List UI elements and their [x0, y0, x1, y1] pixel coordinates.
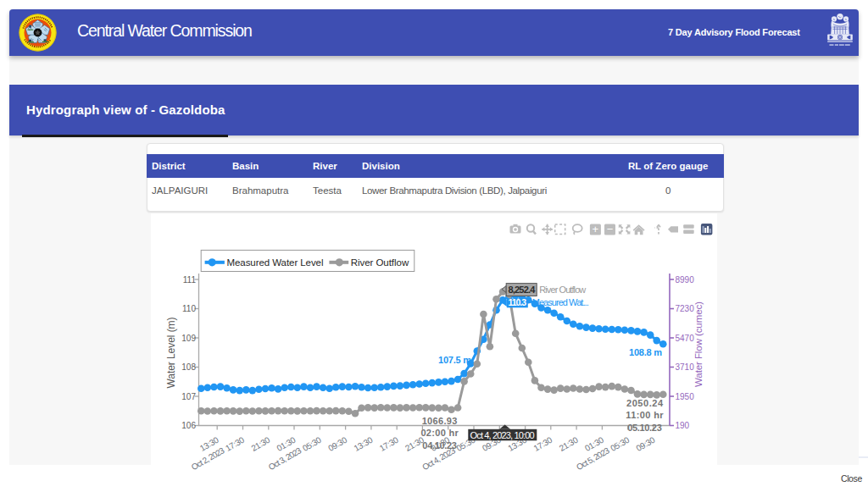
svg-text:17:30: 17:30 — [378, 434, 400, 453]
svg-text:8990: 8990 — [676, 275, 695, 285]
svg-text:Water Level (m): Water Level (m) — [165, 318, 177, 389]
svg-text:River Outflow: River Outflow — [351, 257, 409, 268]
svg-text:11:00 hr: 11:00 hr — [626, 410, 664, 420]
svg-text:5470: 5470 — [676, 334, 695, 343]
svg-text:2050.24: 2050.24 — [626, 398, 664, 408]
svg-text:7230: 7230 — [676, 304, 695, 313]
svg-text:110: 110 — [182, 304, 196, 313]
svg-text:River Outflow: River Outflow — [539, 285, 586, 295]
svg-text:21:30: 21:30 — [249, 434, 271, 453]
svg-text:106: 106 — [181, 421, 196, 430]
svg-text:Water Flow (cumec): Water Flow (cumec) — [693, 301, 704, 387]
svg-text:−: − — [607, 223, 614, 235]
svg-text:04.10.23: 04.10.23 — [422, 440, 456, 451]
svg-text:3710: 3710 — [676, 362, 695, 372]
svg-text:Oct 4, 2023, 10:00: Oct 4, 2023, 10:00 — [470, 430, 535, 440]
svg-text:05.10.23: 05.10.23 — [627, 423, 662, 433]
svg-text:09:30: 09:30 — [635, 434, 657, 453]
svg-text:17:30: 17:30 — [224, 434, 246, 453]
svg-text:109: 109 — [181, 334, 196, 343]
svg-text:Measured Water Level: Measured Water Level — [227, 257, 324, 268]
svg-text:+: + — [593, 223, 599, 235]
svg-text:108.8 m: 108.8 m — [629, 347, 662, 357]
svg-text:8,252.4: 8,252.4 — [508, 285, 536, 295]
svg-text:110.3: 110.3 — [508, 297, 526, 307]
svg-text:02:00 hr: 02:00 hr — [420, 428, 459, 438]
svg-text:1066.93: 1066.93 — [422, 416, 458, 426]
svg-text:107: 107 — [181, 392, 196, 401]
svg-text:190: 190 — [676, 421, 690, 430]
svg-text:09:30: 09:30 — [326, 434, 348, 453]
svg-text:05:30: 05:30 — [301, 434, 323, 453]
svg-text:107.5 m: 107.5 m — [438, 355, 471, 365]
svg-text:Measured Wat...: Measured Wat... — [532, 297, 589, 307]
svg-text:21:30: 21:30 — [558, 434, 580, 453]
svg-text:111: 111 — [183, 275, 197, 285]
svg-text:1950: 1950 — [676, 392, 695, 401]
svg-text:108: 108 — [181, 362, 196, 372]
svg-text:05:30: 05:30 — [609, 434, 631, 453]
svg-text:13:30: 13:30 — [352, 434, 374, 453]
